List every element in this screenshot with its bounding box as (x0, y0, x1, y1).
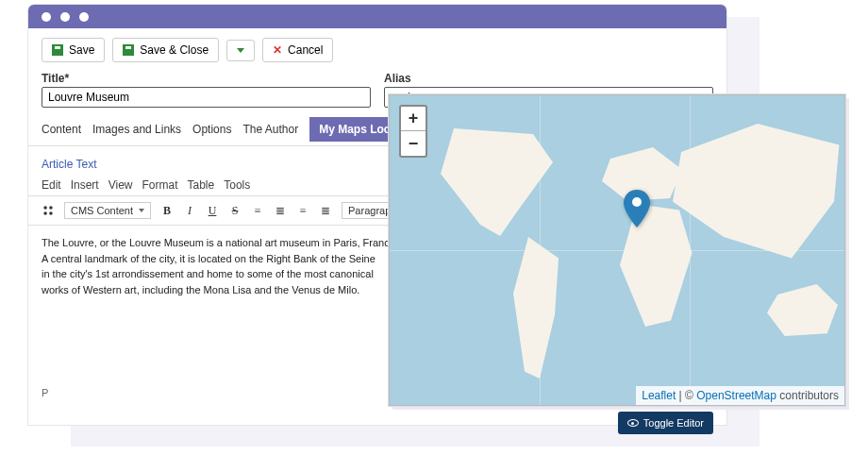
osm-link[interactable]: OpenStreetMap (696, 389, 776, 402)
close-icon: ✕ (273, 43, 282, 57)
chevron-down-icon (139, 209, 144, 212)
save-close-button[interactable]: Save & Close (112, 38, 219, 62)
cancel-label: Cancel (288, 43, 323, 57)
window-dot (42, 12, 51, 22)
bold-button[interactable]: B (160, 204, 174, 218)
window-titlebar (28, 5, 726, 28)
tab-author[interactable]: The Author (242, 121, 298, 138)
align-right-button[interactable]: ≡ (296, 204, 309, 218)
align-left-button[interactable]: ≡ (251, 204, 264, 218)
toggle-editor-button[interactable]: Toggle Editor (618, 412, 713, 434)
menu-insert[interactable]: Insert (71, 178, 99, 192)
tab-options[interactable]: Options (192, 121, 231, 138)
map-marker[interactable] (624, 190, 650, 228)
menu-format[interactable]: Format (142, 178, 178, 192)
map-landmass (673, 124, 843, 265)
svg-point-3 (49, 211, 53, 215)
strikethrough-button[interactable]: S (228, 204, 242, 218)
title-field: Title* (42, 72, 371, 108)
menu-table[interactable]: Table (188, 178, 215, 192)
save-icon (52, 44, 63, 56)
svg-point-2 (43, 211, 47, 215)
map-landmass (767, 284, 838, 336)
italic-button[interactable]: I (183, 204, 196, 218)
title-input[interactable] (42, 87, 371, 108)
chevron-down-icon (237, 48, 244, 53)
window-dot (60, 12, 70, 22)
cms-content-dropdown[interactable]: CMS Content (64, 202, 151, 219)
menu-edit[interactable]: Edit (42, 178, 61, 192)
map-panel[interactable]: + − Leaflet | © OpenStreetMap contributo… (389, 94, 845, 406)
leaflet-link[interactable]: Leaflet (642, 389, 676, 402)
window-dot (79, 12, 89, 22)
map-zoom-control: + − (399, 105, 427, 158)
tab-images-links[interactable]: Images and Links (92, 121, 181, 138)
zoom-in-button[interactable]: + (401, 107, 426, 131)
save-close-label: Save & Close (140, 43, 209, 57)
save-icon (123, 44, 134, 56)
svg-point-0 (43, 206, 47, 210)
align-center-button[interactable]: ≣ (274, 204, 287, 218)
map-landmass (498, 237, 574, 379)
map-attribution: Leaflet | © OpenStreetMap contributors (636, 386, 844, 405)
svg-point-4 (632, 197, 642, 207)
title-label: Title* (42, 72, 371, 85)
eye-icon (627, 419, 639, 427)
save-dropdown-button[interactable] (226, 40, 255, 61)
cancel-button[interactable]: ✕ Cancel (262, 38, 333, 62)
align-justify-button[interactable]: ≣ (319, 204, 332, 218)
svg-point-1 (49, 206, 53, 210)
editor-path: P (42, 387, 48, 398)
menu-view[interactable]: View (108, 178, 133, 192)
menu-tools[interactable]: Tools (224, 178, 250, 192)
save-button[interactable]: Save (42, 38, 105, 62)
tab-content[interactable]: Content (42, 121, 81, 138)
action-toolbar: Save Save & Close ✕ Cancel (28, 28, 726, 72)
zoom-out-button[interactable]: − (401, 131, 426, 156)
alias-label: Alias (384, 72, 713, 85)
joomla-icon (42, 204, 55, 217)
save-label: Save (69, 43, 94, 57)
underline-button[interactable]: U (206, 204, 219, 218)
